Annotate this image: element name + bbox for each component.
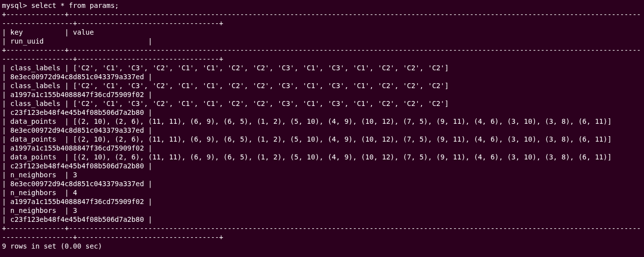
terminal-output[interactable]: mysql> select * from params; +----------… xyxy=(0,0,644,255)
